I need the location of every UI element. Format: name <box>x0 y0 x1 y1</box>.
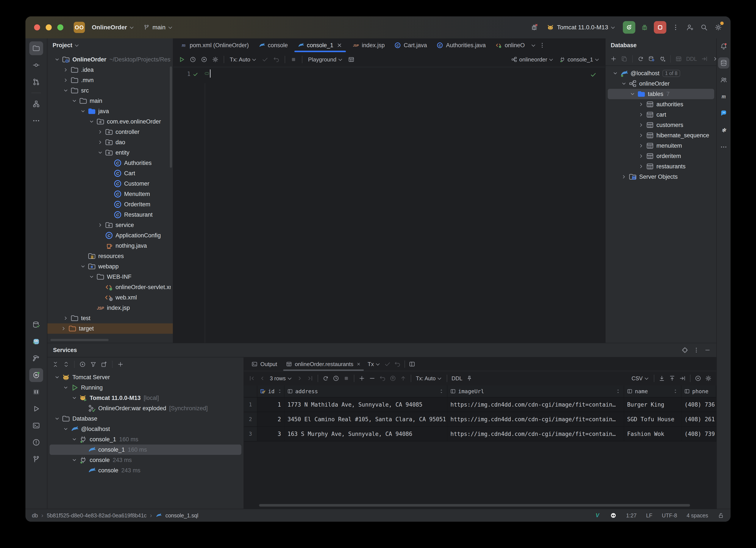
tree-chevron[interactable] <box>104 210 113 219</box>
tree-row[interactable]: controller <box>50 127 171 137</box>
tool-window-button[interactable] <box>718 141 729 153</box>
breadcrumb-session-id[interactable]: 5b81f525-d8e0-4e83-82ad-0ea619f8b41c <box>47 512 147 519</box>
view-options-button[interactable] <box>78 359 87 369</box>
tool-window-button[interactable] <box>29 368 43 382</box>
id-cell[interactable]: 3 <box>257 427 284 441</box>
first-page-button[interactable] <box>247 373 257 383</box>
breadcrumb-file[interactable]: console_1.sql <box>165 512 198 519</box>
tool-window-button[interactable] <box>29 385 43 399</box>
name-cell[interactable]: Fashion Wok <box>624 427 681 441</box>
submit-all-button[interactable] <box>398 373 408 383</box>
project-selector[interactable]: OnlineOrder <box>89 22 137 33</box>
tree-row[interactable]: cart <box>608 109 714 120</box>
tool-window-button[interactable]: m <box>718 91 729 102</box>
tool-window-button[interactable] <box>29 114 43 128</box>
tab-output[interactable]: Output <box>247 358 281 371</box>
tree-row[interactable]: com.eve.onlineOrder <box>50 116 171 127</box>
sort-icon[interactable] <box>672 388 678 394</box>
tree-row[interactable]: onlineOrder <box>608 78 714 89</box>
tree-row[interactable]: Tomcat 11.0.0-M13 [local] <box>50 393 241 403</box>
tool-window-button[interactable] <box>29 58 43 72</box>
image-url-cell[interactable]: https://img.cdn4dd.com/cdn-cgi/image/fit… <box>447 398 624 412</box>
tree-chevron[interactable] <box>70 435 79 444</box>
tx-mode-selector[interactable]: Tx: Auto <box>228 56 259 63</box>
hidden-tabs-chevron[interactable] <box>531 43 536 48</box>
tree-chevron[interactable] <box>61 76 70 85</box>
tab-result-set[interactable]: onlineOrder.restaurants <box>281 358 366 371</box>
grid-settings-button[interactable] <box>703 373 713 383</box>
result-view-button[interactable] <box>346 55 356 64</box>
next-page-button[interactable] <box>295 373 305 383</box>
tree-chevron[interactable] <box>96 127 105 136</box>
tree-chevron[interactable] <box>61 425 70 434</box>
tree-row[interactable]: JSP index.jsp <box>50 303 171 313</box>
rollback-button[interactable] <box>271 55 281 64</box>
new-datasource-button[interactable] <box>609 54 619 64</box>
address-cell[interactable]: 163 S Murphy Ave, Sunnyvale, CA 94086 <box>284 427 447 441</box>
tree-chevron[interactable] <box>104 200 113 209</box>
goto-button[interactable] <box>678 373 687 383</box>
tree-chevron[interactable] <box>70 456 79 465</box>
disconnect-button[interactable] <box>657 54 667 64</box>
tree-row[interactable]: OnlineOrder:war exploded [Synchronized] <box>50 403 241 414</box>
code-area[interactable] <box>201 67 605 343</box>
tool-window-button[interactable] <box>29 352 43 365</box>
tree-chevron[interactable] <box>96 138 105 147</box>
search-everywhere-button[interactable] <box>699 22 709 32</box>
commit-button[interactable] <box>260 55 270 64</box>
tree-row[interactable]: .mvn <box>50 75 171 85</box>
tree-row[interactable]: C ApplicationConfig <box>50 230 171 240</box>
editor-body[interactable]: 1 <box>173 67 605 343</box>
hide-panel-icon[interactable] <box>704 347 711 353</box>
tool-window-button[interactable] <box>718 74 729 85</box>
editor-tab[interactable]: onlineO <box>490 38 530 52</box>
code-with-me-button[interactable] <box>685 22 695 32</box>
tool-window-button[interactable]: ✻ <box>718 125 729 136</box>
tree-row[interactable]: @localhost <box>50 424 241 434</box>
encoding-widget[interactable]: UTF-8 <box>662 512 677 519</box>
tree-row[interactable]: dao <box>50 137 171 147</box>
tool-window-button[interactable] <box>29 97 43 111</box>
tree-row[interactable]: C MenuItem <box>50 189 171 199</box>
name-cell[interactable]: Burger King <box>624 398 681 412</box>
table-row[interactable]: 3 3 163 S Murphy Ave, Sunnyvale, CA 9408… <box>244 427 716 442</box>
tree-row[interactable]: C OrderItem <box>50 199 171 209</box>
table-editor-button[interactable] <box>674 54 684 64</box>
tree-row[interactable]: Running <box>50 383 241 393</box>
column-header[interactable]: address <box>284 386 447 397</box>
duplicate-button[interactable] <box>619 54 629 64</box>
address-cell[interactable]: 3450 El Camino Real #105, Santa Clara, C… <box>284 412 447 426</box>
more-actions-button[interactable] <box>671 22 681 32</box>
tree-chevron[interactable] <box>637 162 646 171</box>
datasource-properties-button[interactable] <box>647 54 656 64</box>
line-separator-widget[interactable]: LF <box>646 512 652 519</box>
settings-button[interactable] <box>713 22 723 32</box>
tree-row[interactable]: Database <box>50 414 241 424</box>
tree-row[interactable]: src <box>50 85 171 96</box>
phone-cell[interactable]: (408) 736 <box>681 398 716 412</box>
tree-row[interactable]: console 243 ms <box>50 465 241 476</box>
tree-chevron[interactable] <box>53 373 62 382</box>
tree-chevron[interactable] <box>96 283 105 292</box>
services-options-icon[interactable] <box>693 347 700 353</box>
tree-row[interactable]: authorities <box>608 99 714 109</box>
session-selector[interactable]: console_1 <box>557 56 602 63</box>
tree-chevron[interactable] <box>53 414 62 423</box>
tree-row[interactable]: onlineOrder-servlet.xml <box>50 282 171 292</box>
column-header[interactable]: phone <box>681 386 716 397</box>
collapse-all-button[interactable] <box>61 359 71 369</box>
tree-row[interactable]: orderitem <box>608 151 714 161</box>
expand-all-button[interactable] <box>50 359 60 369</box>
execute-button[interactable] <box>177 55 187 64</box>
tree-chevron[interactable] <box>78 445 87 454</box>
name-cell[interactable]: SGD Tofu House <box>624 412 681 426</box>
tree-row[interactable]: C Authorities <box>50 158 171 168</box>
delete-row-button[interactable] <box>367 373 377 383</box>
maximize-window-button[interactable] <box>57 24 63 30</box>
tool-window-button[interactable] <box>29 335 43 348</box>
tree-chevron[interactable] <box>59 324 68 333</box>
tree-row[interactable]: hibernate_sequence <box>608 130 714 140</box>
tree-row[interactable]: tables 7 <box>608 89 714 99</box>
tree-row[interactable]: menuitem <box>608 140 714 151</box>
rerun-button[interactable] <box>623 21 635 34</box>
